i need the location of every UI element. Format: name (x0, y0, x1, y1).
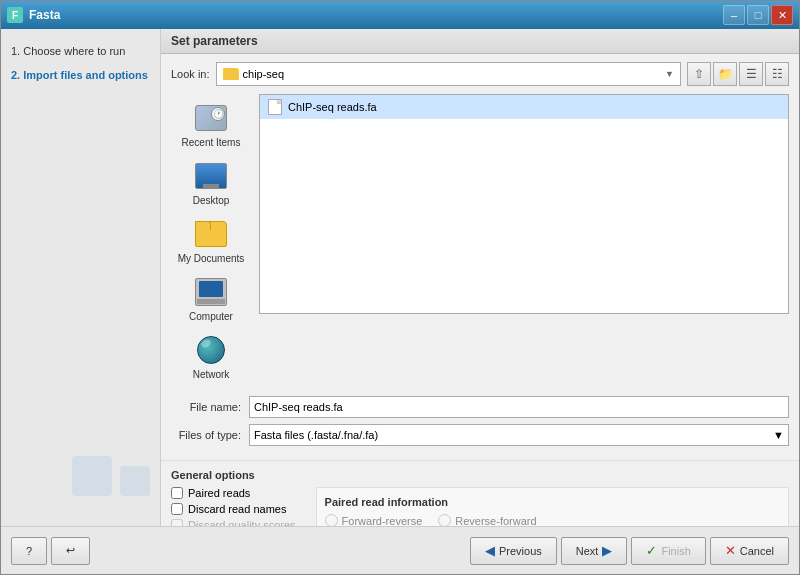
place-item-network[interactable]: Network (171, 330, 251, 384)
maximize-button[interactable]: □ (747, 5, 769, 25)
window-title: Fasta (29, 8, 60, 22)
file-type-row: Files of type: Fasta files (.fasta/.fna/… (171, 424, 789, 446)
footer-right-buttons: ◀ Previous Next ▶ ✓ Finish ✕ Cancel (470, 537, 789, 565)
radio-row: Forward-reverse Reverse-forward (325, 514, 780, 526)
minimize-button[interactable]: – (723, 5, 745, 25)
reverse-forward-label: Reverse-forward (455, 515, 536, 527)
title-controls: – □ ✕ (723, 5, 793, 25)
discard-quality-checkbox[interactable] (171, 519, 183, 526)
cancel-x-icon: ✕ (725, 543, 736, 558)
cancel-label: Cancel (740, 545, 774, 557)
main-window: F Fasta – □ ✕ 1. Choose where to run 2. … (0, 0, 800, 575)
options-row: Paired reads Discard read names Discard … (171, 487, 789, 526)
previous-label: Previous (499, 545, 542, 557)
forward-reverse-label: Forward-reverse (342, 515, 423, 527)
close-button[interactable]: ✕ (771, 5, 793, 25)
paired-reads-label: Paired reads (188, 487, 250, 499)
desktop-icon-shape (195, 163, 227, 189)
view-list-button[interactable]: ☰ (739, 62, 763, 86)
paired-read-info-title: Paired read information (325, 496, 780, 508)
view-details-button[interactable]: ☷ (765, 62, 789, 86)
documents-icon (193, 218, 229, 250)
back-button[interactable]: ↩ (51, 537, 90, 565)
place-item-computer[interactable]: Computer (171, 272, 251, 326)
network-icon (193, 334, 229, 366)
reverse-forward-radio[interactable] (438, 514, 451, 526)
paired-read-info: Paired read information Forward-reverse … (316, 487, 789, 526)
file-type-arrow-icon: ▼ (773, 429, 784, 441)
forward-reverse-radio[interactable] (325, 514, 338, 526)
file-icon (268, 99, 282, 115)
network-globe-icon (197, 336, 225, 364)
toolbar-buttons: ⇧ 📁 ☰ ☷ (687, 62, 789, 86)
discard-read-names-row: Discard read names (171, 503, 296, 515)
up-folder-button[interactable]: ⇧ (687, 62, 711, 86)
place-item-desktop[interactable]: Desktop (171, 156, 251, 210)
places-panel: 🕐 Recent Items Desktop (171, 94, 251, 388)
file-type-value: Fasta files (.fasta/.fna/.fa) (254, 429, 378, 441)
title-bar: F Fasta – □ ✕ (1, 1, 799, 29)
file-type-label: Files of type: (171, 429, 241, 441)
title-bar-left: F Fasta (7, 7, 60, 23)
file-browser: Look in: chip-seq ▼ ⇧ 📁 ☰ ☷ (161, 54, 799, 460)
browser-panel: 🕐 Recent Items Desktop (171, 94, 789, 388)
sidebar-step-2: 2. Import files and options (11, 69, 150, 81)
back-icon: ↩ (66, 544, 75, 557)
paired-reads-row: Paired reads (171, 487, 296, 499)
sidebar-step-1: 1. Choose where to run (11, 45, 150, 57)
place-item-documents[interactable]: My Documents (171, 214, 251, 268)
main-content: Set parameters Look in: chip-seq ▼ ⇧ (161, 29, 799, 526)
next-arrow-icon: ▶ (602, 543, 612, 558)
place-label-desktop: Desktop (193, 195, 230, 206)
file-type-combo[interactable]: Fasta files (.fasta/.fna/.fa) ▼ (249, 424, 789, 446)
new-folder-button[interactable]: 📁 (713, 62, 737, 86)
footer-left-buttons: ? ↩ (11, 537, 90, 565)
discard-quality-row: Discard quality scores (171, 519, 296, 526)
next-label: Next (576, 545, 599, 557)
place-label-recent: Recent Items (182, 137, 241, 148)
help-label: ? (26, 545, 32, 557)
general-options-title: General options (171, 469, 789, 481)
sidebar: 1. Choose where to run 2. Import files a… (1, 29, 161, 526)
discard-read-names-checkbox[interactable] (171, 503, 183, 515)
documents-icon-shape (195, 221, 227, 247)
app-icon: F (7, 7, 23, 23)
finish-check-icon: ✓ (646, 543, 657, 558)
finish-button[interactable]: ✓ Finish (631, 537, 705, 565)
look-in-label: Look in: (171, 68, 210, 80)
place-item-recent[interactable]: 🕐 Recent Items (171, 98, 251, 152)
computer-screen (199, 281, 223, 297)
cancel-button[interactable]: ✕ Cancel (710, 537, 789, 565)
computer-base (197, 299, 225, 304)
general-options: General options Paired reads Discard rea… (161, 460, 799, 526)
files-list[interactable]: ChIP-seq reads.fa (259, 94, 789, 314)
file-item[interactable]: ChIP-seq reads.fa (260, 95, 788, 119)
file-name-input[interactable] (249, 396, 789, 418)
place-label-computer: Computer (189, 311, 233, 322)
window-body: 1. Choose where to run 2. Import files a… (1, 29, 799, 526)
computer-icon (193, 276, 229, 308)
deco-shape-2 (120, 466, 150, 496)
help-button[interactable]: ? (11, 537, 47, 565)
set-params-header: Set parameters (161, 29, 799, 54)
folder-icon (223, 68, 239, 80)
previous-button[interactable]: ◀ Previous (470, 537, 557, 565)
discard-read-names-label: Discard read names (188, 503, 286, 515)
look-in-combo[interactable]: chip-seq ▼ (216, 62, 681, 86)
place-label-network: Network (193, 369, 230, 380)
next-button[interactable]: Next ▶ (561, 537, 628, 565)
finish-label: Finish (661, 545, 690, 557)
file-name-label: File name: (171, 401, 241, 413)
paired-reads-checkbox[interactable] (171, 487, 183, 499)
computer-icon-shape (195, 278, 227, 306)
combo-arrow-icon: ▼ (665, 69, 674, 79)
look-in-row: Look in: chip-seq ▼ ⇧ 📁 ☰ ☷ (171, 62, 789, 86)
recent-icon-shape: 🕐 (195, 105, 227, 131)
reverse-forward-option: Reverse-forward (438, 514, 536, 526)
file-name-row: File name: (171, 396, 789, 418)
deco-shape-1 (72, 456, 112, 496)
desktop-icon (193, 160, 229, 192)
recent-items-icon: 🕐 (193, 102, 229, 134)
place-label-documents: My Documents (178, 253, 245, 264)
look-in-combo-inner: chip-seq (223, 68, 666, 80)
